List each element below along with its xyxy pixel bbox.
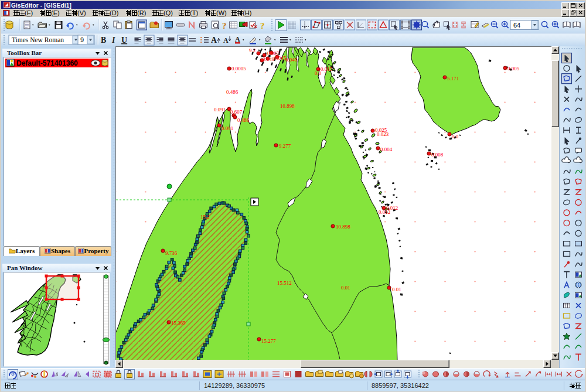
svg-text:A: A (235, 35, 240, 43)
svg-text:0.004: 0.004 (380, 146, 393, 152)
svg-text:0.091: 0.091 (214, 107, 226, 113)
svg-text:A: A (223, 36, 229, 45)
svg-text:?: ? (222, 21, 227, 30)
svg-text:64: 64 (513, 22, 520, 29)
svg-text:U: U (121, 36, 127, 45)
svg-text:10.898: 10.898 (280, 103, 295, 109)
svg-text:9.2: 9.2 (249, 47, 255, 53)
svg-text:0.049: 0.049 (263, 56, 275, 62)
svg-text:0.01: 0.01 (392, 287, 401, 292)
svg-text:Times New Roman: Times New Roman (12, 36, 64, 43)
svg-text:0.0: 0.0 (315, 70, 322, 76)
svg-text:9.736: 9.736 (165, 250, 178, 256)
svg-text:0.01: 0.01 (341, 285, 350, 291)
svg-text:0.0: 0.0 (452, 134, 459, 139)
svg-text:0.0005: 0.0005 (231, 66, 246, 71)
svg-text:15.512: 15.512 (277, 280, 292, 286)
svg-text:?: ? (260, 21, 265, 30)
svg-text:A: A (211, 36, 217, 45)
svg-text:0.023: 0.023 (377, 131, 389, 137)
svg-text:15.2: 15.2 (200, 214, 210, 220)
svg-text:0.091: 0.091 (222, 125, 233, 131)
svg-text:0.486: 0.486 (226, 89, 239, 95)
svg-text:B: B (101, 36, 106, 45)
svg-text:9: 9 (80, 36, 84, 43)
svg-text:0.012: 0.012 (379, 209, 390, 215)
svg-text:10.898: 10.898 (336, 224, 350, 230)
svg-text:0.015: 0.015 (321, 66, 333, 72)
svg-text:15.277: 15.277 (261, 338, 276, 344)
svg-text:0.045: 0.045 (274, 55, 287, 61)
svg-text:0.040: 0.040 (285, 57, 298, 63)
svg-text:I: I (111, 36, 115, 45)
svg-text:0.008: 0.008 (431, 152, 444, 158)
svg-text:5.171: 5.171 (447, 76, 459, 81)
svg-text:0.486: 0.486 (237, 117, 250, 123)
svg-text:0.607: 0.607 (230, 109, 243, 115)
svg-text:15.365: 15.365 (171, 320, 186, 326)
svg-text:9.277: 9.277 (279, 143, 291, 149)
svg-text:0.005: 0.005 (507, 66, 520, 71)
